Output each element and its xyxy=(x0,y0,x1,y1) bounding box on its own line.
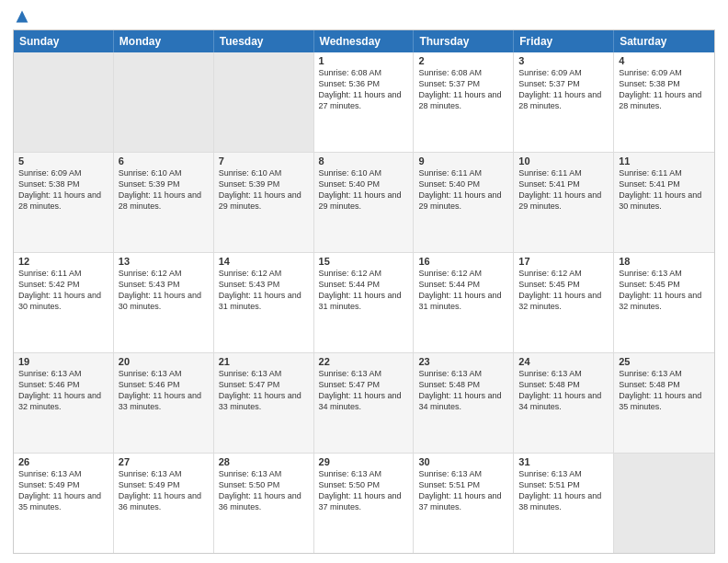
calendar-cell: 19Sunrise: 6:13 AM Sunset: 5:46 PM Dayli… xyxy=(14,353,114,453)
cell-info: Sunrise: 6:13 AM Sunset: 5:49 PM Dayligh… xyxy=(119,468,209,513)
day-number: 2 xyxy=(418,55,508,66)
calendar-row: 1Sunrise: 6:08 AM Sunset: 5:36 PM Daylig… xyxy=(14,52,714,153)
calendar-cell: 17Sunrise: 6:12 AM Sunset: 5:45 PM Dayli… xyxy=(514,253,614,352)
calendar-cell: 6Sunrise: 6:10 AM Sunset: 5:39 PM Daylig… xyxy=(114,153,214,252)
day-number: 4 xyxy=(619,55,710,66)
day-number: 6 xyxy=(119,155,209,167)
calendar-cell xyxy=(214,52,314,152)
day-number: 18 xyxy=(619,256,710,267)
day-number: 8 xyxy=(319,155,409,167)
calendar-cell: 21Sunrise: 6:13 AM Sunset: 5:47 PM Dayli… xyxy=(214,353,314,453)
day-number: 5 xyxy=(18,155,108,167)
calendar-cell: 28Sunrise: 6:13 AM Sunset: 5:50 PM Dayli… xyxy=(214,454,314,553)
calendar-cell: 14Sunrise: 6:12 AM Sunset: 5:43 PM Dayli… xyxy=(214,253,314,352)
calendar-cell: 10Sunrise: 6:11 AM Sunset: 5:41 PM Dayli… xyxy=(514,153,614,252)
calendar-cell: 11Sunrise: 6:11 AM Sunset: 5:41 PM Dayli… xyxy=(614,153,714,252)
day-number: 3 xyxy=(518,55,609,66)
calendar-cell xyxy=(14,52,114,152)
day-number: 28 xyxy=(219,456,309,467)
cell-info: Sunrise: 6:12 AM Sunset: 5:44 PM Dayligh… xyxy=(319,268,409,313)
day-number: 7 xyxy=(219,155,309,167)
calendar-cell: 8Sunrise: 6:10 AM Sunset: 5:40 PM Daylig… xyxy=(314,153,415,252)
header-day-monday: Monday xyxy=(114,30,214,52)
day-number: 16 xyxy=(418,256,508,267)
header-day-sunday: Sunday xyxy=(14,30,114,52)
calendar-cell: 7Sunrise: 6:10 AM Sunset: 5:39 PM Daylig… xyxy=(214,153,314,252)
day-number: 17 xyxy=(518,256,609,267)
page: SundayMondayTuesdayWednesdayThursdayFrid… xyxy=(0,0,728,563)
day-number: 11 xyxy=(619,155,710,167)
day-number: 12 xyxy=(18,256,108,267)
day-number: 21 xyxy=(219,356,309,367)
cell-info: Sunrise: 6:13 AM Sunset: 5:46 PM Dayligh… xyxy=(119,368,209,413)
calendar-cell: 29Sunrise: 6:13 AM Sunset: 5:50 PM Dayli… xyxy=(314,454,415,553)
cell-info: Sunrise: 6:13 AM Sunset: 5:50 PM Dayligh… xyxy=(219,468,309,513)
cell-info: Sunrise: 6:13 AM Sunset: 5:48 PM Dayligh… xyxy=(518,368,609,413)
cell-info: Sunrise: 6:09 AM Sunset: 5:37 PM Dayligh… xyxy=(518,67,609,112)
cell-info: Sunrise: 6:13 AM Sunset: 5:50 PM Dayligh… xyxy=(319,468,409,513)
cell-info: Sunrise: 6:08 AM Sunset: 5:37 PM Dayligh… xyxy=(418,67,508,112)
calendar-cell: 30Sunrise: 6:13 AM Sunset: 5:51 PM Dayli… xyxy=(414,454,514,553)
calendar-cell xyxy=(114,52,214,152)
calendar-cell: 15Sunrise: 6:12 AM Sunset: 5:44 PM Dayli… xyxy=(314,253,415,352)
calendar-cell: 31Sunrise: 6:13 AM Sunset: 5:51 PM Dayli… xyxy=(514,454,614,553)
day-number: 26 xyxy=(18,456,108,467)
cell-info: Sunrise: 6:13 AM Sunset: 5:45 PM Dayligh… xyxy=(619,268,710,313)
calendar-cell: 20Sunrise: 6:13 AM Sunset: 5:46 PM Dayli… xyxy=(114,353,214,453)
calendar-cell: 22Sunrise: 6:13 AM Sunset: 5:47 PM Dayli… xyxy=(314,353,415,453)
cell-info: Sunrise: 6:13 AM Sunset: 5:47 PM Dayligh… xyxy=(319,368,409,413)
calendar-cell: 5Sunrise: 6:09 AM Sunset: 5:38 PM Daylig… xyxy=(14,153,114,252)
day-number: 25 xyxy=(619,356,710,367)
cell-info: Sunrise: 6:13 AM Sunset: 5:51 PM Dayligh… xyxy=(518,468,609,513)
day-number: 19 xyxy=(18,356,108,367)
calendar-cell: 26Sunrise: 6:13 AM Sunset: 5:49 PM Dayli… xyxy=(14,454,114,553)
day-number: 30 xyxy=(418,456,508,467)
cell-info: Sunrise: 6:08 AM Sunset: 5:36 PM Dayligh… xyxy=(319,67,409,112)
cell-info: Sunrise: 6:10 AM Sunset: 5:39 PM Dayligh… xyxy=(219,167,309,213)
calendar-cell: 23Sunrise: 6:13 AM Sunset: 5:48 PM Dayli… xyxy=(414,353,514,453)
cell-info: Sunrise: 6:12 AM Sunset: 5:45 PM Dayligh… xyxy=(518,268,609,313)
calendar-row: 12Sunrise: 6:11 AM Sunset: 5:42 PM Dayli… xyxy=(14,253,714,353)
day-number: 9 xyxy=(418,155,508,167)
cell-info: Sunrise: 6:13 AM Sunset: 5:48 PM Dayligh… xyxy=(619,368,710,413)
calendar-cell: 18Sunrise: 6:13 AM Sunset: 5:45 PM Dayli… xyxy=(614,253,714,352)
calendar-row: 5Sunrise: 6:09 AM Sunset: 5:38 PM Daylig… xyxy=(14,153,714,253)
cell-info: Sunrise: 6:10 AM Sunset: 5:40 PM Dayligh… xyxy=(319,167,409,213)
calendar-cell: 9Sunrise: 6:11 AM Sunset: 5:40 PM Daylig… xyxy=(414,153,514,252)
day-number: 20 xyxy=(119,356,209,367)
cell-info: Sunrise: 6:13 AM Sunset: 5:46 PM Dayligh… xyxy=(18,368,108,413)
calendar: SundayMondayTuesdayWednesdayThursdayFrid… xyxy=(13,29,715,554)
header xyxy=(13,9,715,24)
cell-info: Sunrise: 6:13 AM Sunset: 5:48 PM Dayligh… xyxy=(418,368,508,413)
svg-marker-0 xyxy=(17,11,28,23)
logo xyxy=(13,9,29,24)
header-day-thursday: Thursday xyxy=(414,30,514,52)
calendar-header: SundayMondayTuesdayWednesdayThursdayFrid… xyxy=(14,30,714,52)
calendar-cell xyxy=(614,454,714,553)
cell-info: Sunrise: 6:11 AM Sunset: 5:41 PM Dayligh… xyxy=(619,167,710,213)
calendar-body: 1Sunrise: 6:08 AM Sunset: 5:36 PM Daylig… xyxy=(14,52,714,553)
header-day-saturday: Saturday xyxy=(614,30,714,52)
day-number: 22 xyxy=(319,356,409,367)
calendar-cell: 1Sunrise: 6:08 AM Sunset: 5:36 PM Daylig… xyxy=(314,52,415,152)
cell-info: Sunrise: 6:13 AM Sunset: 5:49 PM Dayligh… xyxy=(18,468,108,513)
cell-info: Sunrise: 6:09 AM Sunset: 5:38 PM Dayligh… xyxy=(619,67,710,112)
cell-info: Sunrise: 6:11 AM Sunset: 5:42 PM Dayligh… xyxy=(18,268,108,313)
calendar-cell: 4Sunrise: 6:09 AM Sunset: 5:38 PM Daylig… xyxy=(614,52,714,152)
day-number: 14 xyxy=(219,256,309,267)
calendar-cell: 3Sunrise: 6:09 AM Sunset: 5:37 PM Daylig… xyxy=(514,52,614,152)
calendar-cell: 27Sunrise: 6:13 AM Sunset: 5:49 PM Dayli… xyxy=(114,454,214,553)
calendar-cell: 13Sunrise: 6:12 AM Sunset: 5:43 PM Dayli… xyxy=(114,253,214,352)
cell-info: Sunrise: 6:13 AM Sunset: 5:47 PM Dayligh… xyxy=(219,368,309,413)
cell-info: Sunrise: 6:11 AM Sunset: 5:41 PM Dayligh… xyxy=(518,167,609,213)
day-number: 24 xyxy=(518,356,609,367)
cell-info: Sunrise: 6:12 AM Sunset: 5:43 PM Dayligh… xyxy=(119,268,209,313)
day-number: 1 xyxy=(319,55,409,66)
day-number: 15 xyxy=(319,256,409,267)
calendar-row: 19Sunrise: 6:13 AM Sunset: 5:46 PM Dayli… xyxy=(14,353,714,454)
day-number: 23 xyxy=(418,356,508,367)
header-day-friday: Friday xyxy=(514,30,614,52)
cell-info: Sunrise: 6:13 AM Sunset: 5:51 PM Dayligh… xyxy=(418,468,508,513)
cell-info: Sunrise: 6:10 AM Sunset: 5:39 PM Dayligh… xyxy=(119,167,209,213)
logo-triangle-icon xyxy=(15,9,29,24)
